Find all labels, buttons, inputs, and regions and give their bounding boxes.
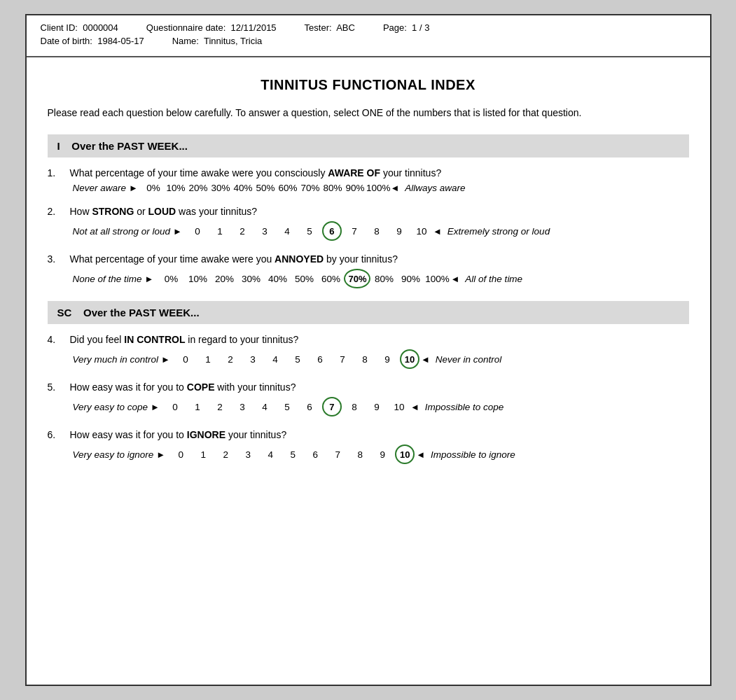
question-5-text: 5. How easy was it for you to COPE with … (48, 382, 689, 393)
question-6: 6. How easy was it for you to IGNORE you… (48, 429, 689, 464)
content: TINNITUS FUNCTIONAL INDEX Please read ea… (27, 57, 710, 491)
q2-selected: 6 (321, 221, 343, 241)
page-title: TINNITUS FUNCTIONAL INDEX (48, 77, 689, 93)
header: Client ID: 0000004 Questionnaire date: 1… (27, 15, 710, 57)
q5-selected: 7 (321, 397, 343, 416)
patient-name: Name: Tinnitus, Tricia (172, 36, 263, 46)
question-6-text: 6. How easy was it for you to IGNORE you… (48, 429, 689, 440)
section-sc-header: SC Over the PAST WEEK... (48, 301, 689, 324)
page: Client ID: 0000004 Questionnaire date: 1… (25, 14, 711, 686)
question-5-answers: Very easy to cope ► 0 1 2 3 4 5 6 7 8 9 … (48, 397, 689, 416)
instructions: Please read each question below carefull… (48, 106, 689, 120)
question-2-answers: Not at all strong or loud ► 0 1 2 3 4 5 … (48, 221, 689, 241)
question-5: 5. How easy was it for you to COPE with … (48, 382, 689, 416)
page-info: Page: 1 / 3 (383, 22, 430, 33)
question-4-text: 4. Did you feel IN CONTROL in regard to … (48, 334, 689, 345)
q6-selected: 10 (394, 444, 416, 464)
section-1-header: I Over the PAST WEEK... (48, 134, 689, 158)
question-1-text: 1. What percentage of your time awake we… (48, 167, 689, 178)
question-4-answers: Very much in control ► 0 1 2 3 4 5 6 7 8… (48, 349, 689, 369)
tester: Tester: ABC (305, 22, 355, 33)
client-id: Client ID: 0000004 (41, 22, 118, 33)
questionnaire-date: Questionnaire date: 12/11/2015 (146, 22, 277, 33)
question-4: 4. Did you feel IN CONTROL in regard to … (48, 334, 689, 369)
question-3: 3. What percentage of your time awake we… (48, 253, 689, 288)
q3-selected: 70% (344, 269, 370, 288)
question-6-answers: Very easy to ignore ► 0 1 2 3 4 5 6 7 8 … (48, 444, 689, 464)
question-3-text: 3. What percentage of your time awake we… (48, 253, 689, 265)
question-2-text: 2. How STRONG or LOUD was your tinnitus? (48, 206, 689, 217)
question-3-answers: None of the time ► 0% 10% 20% 30% 40% 50… (48, 269, 689, 288)
dob: Date of birth: 1984-05-17 (41, 36, 144, 46)
question-2: 2. How STRONG or LOUD was your tinnitus?… (48, 206, 689, 241)
question-1: 1. What percentage of your time awake we… (48, 167, 689, 193)
question-1-answers: Never aware ► 0% 10% 20% 30% 40% 50% 60%… (48, 183, 689, 193)
q4-selected: 10 (398, 349, 421, 369)
